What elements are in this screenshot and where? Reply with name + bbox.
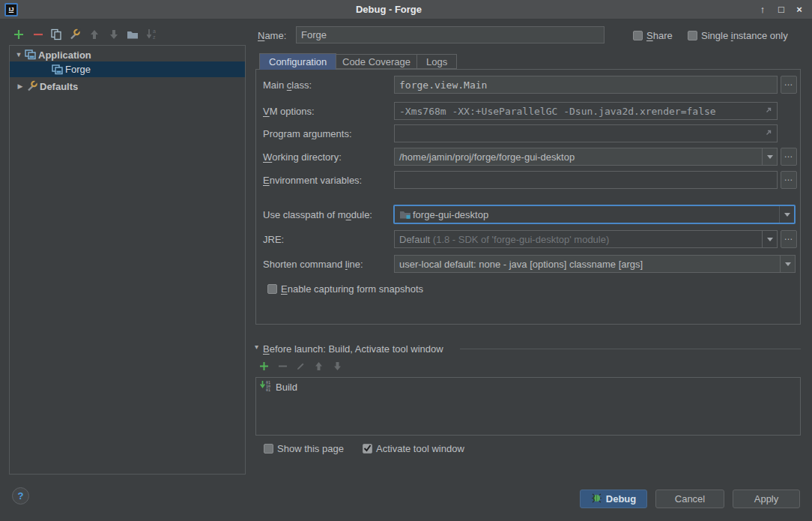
- environment-variables-browse-button[interactable]: …: [781, 171, 797, 189]
- titlebar[interactable]: IJ Debug - Forge ↑ □ ×: [0, 0, 812, 19]
- remove-configuration-button[interactable]: [31, 28, 45, 42]
- vm-options-label: VM options:: [263, 106, 315, 117]
- use-classpath-label: Use classpath of module:: [263, 209, 372, 220]
- minus-icon: [33, 29, 43, 42]
- module-icon: [395, 209, 411, 220]
- jre-combo[interactable]: Default (1.8 - SDK of 'forge-gui-desktop…: [394, 230, 778, 248]
- dropdown-arrow-icon[interactable]: [762, 148, 777, 165]
- tree-item-forge-selected[interactable]: Forge: [10, 61, 245, 77]
- collapsed-arrow-icon[interactable]: ▶: [16, 82, 25, 90]
- shorten-command-line-combo[interactable]: user-local default: none - java [options…: [394, 255, 796, 273]
- task-build-item[interactable]: 01 10 01 Build: [257, 379, 799, 394]
- tree-item-defaults[interactable]: ▶ Defaults: [10, 79, 245, 94]
- debug-button-label: Debug: [606, 493, 636, 505]
- application-type-icon: [23, 49, 38, 60]
- dropdown-arrow-icon[interactable]: [780, 256, 795, 272]
- window-title: Debug - Forge: [0, 4, 778, 15]
- shorten-command-line-value: user-local default: none - java [options…: [395, 259, 780, 270]
- show-this-page-checkbox[interactable]: [264, 444, 273, 454]
- task-label: Build: [276, 382, 297, 393]
- plus-icon: [13, 29, 24, 42]
- debug-configuration-dialog: IJ Debug - Forge ↑ □ ×: [0, 0, 812, 521]
- before-launch-add-button[interactable]: [257, 361, 270, 374]
- enable-snapshots-label: Enable capturing form snapshots: [281, 283, 423, 295]
- cancel-button[interactable]: Cancel: [655, 490, 724, 508]
- application-type-icon: [50, 64, 65, 75]
- share-label: Share: [646, 30, 673, 41]
- edit-defaults-button[interactable]: [68, 28, 82, 42]
- single-instance-checkbox[interactable]: [688, 31, 697, 40]
- expand-field-icon[interactable]: [764, 106, 773, 117]
- jre-label: JRE:: [263, 234, 284, 245]
- main-class-input[interactable]: [394, 76, 778, 94]
- tab-configuration[interactable]: Configuration: [259, 53, 336, 70]
- configurations-tree: ▼ Application Forge ▶: [9, 45, 246, 475]
- add-configuration-button[interactable]: [12, 28, 25, 42]
- expand-arrow-icon[interactable]: ▼: [14, 51, 23, 58]
- dropdown-arrow-icon[interactable]: [779, 206, 794, 223]
- share-checkbox[interactable]: [633, 31, 643, 40]
- minus-icon: [278, 361, 288, 373]
- working-directory-combo[interactable]: /home/jamin/proj/forge/forge-gui-desktop: [394, 148, 778, 166]
- svg-text:a: a: [153, 28, 156, 34]
- move-down-button[interactable]: [107, 28, 121, 42]
- name-label: Name:: [258, 30, 286, 41]
- before-launch-task-list: 01 10 01 Build: [255, 377, 801, 436]
- module-combo[interactable]: forge-gui-desktop: [393, 205, 796, 224]
- tree-item-label: Application: [38, 49, 91, 61]
- single-instance-label: Single instance only: [701, 30, 788, 41]
- name-input[interactable]: [296, 26, 605, 43]
- create-folder-button[interactable]: [126, 28, 139, 42]
- close-window-button[interactable]: ×: [792, 2, 807, 17]
- working-directory-label: Working directory:: [263, 151, 342, 163]
- collapse-section-icon[interactable]: ▾: [255, 343, 258, 351]
- copy-icon: [50, 28, 62, 43]
- before-launch-move-up-button[interactable]: [312, 361, 325, 374]
- move-up-button[interactable]: [88, 28, 101, 42]
- wrench-icon: [69, 28, 81, 43]
- tree-item-application[interactable]: ▼ Application: [10, 47, 245, 62]
- program-arguments-input[interactable]: [394, 124, 778, 142]
- build-icon: 01 10 01: [260, 379, 272, 394]
- vm-options-input[interactable]: [394, 102, 778, 120]
- show-this-page-label: Show this page: [277, 443, 344, 454]
- environment-variables-input[interactable]: [394, 171, 778, 189]
- sort-configurations-button[interactable]: a z: [145, 28, 159, 42]
- maximize-window-button[interactable]: □: [774, 2, 789, 17]
- shade-window-button[interactable]: ↑: [755, 2, 770, 17]
- apply-button[interactable]: Apply: [733, 490, 800, 508]
- activate-tool-window-checkbox[interactable]: [363, 444, 372, 454]
- working-directory-value: /home/jamin/proj/forge/forge-gui-desktop: [395, 151, 762, 163]
- enable-snapshots-checkbox[interactable]: [267, 284, 277, 294]
- plus-icon: [259, 361, 269, 373]
- jre-value: Default (1.8 - SDK of 'forge-gui-desktop…: [395, 234, 762, 245]
- arrow-up-icon: [89, 29, 100, 42]
- tab-code-coverage[interactable]: Code Coverage: [333, 54, 420, 69]
- dropdown-arrow-icon[interactable]: [762, 231, 777, 247]
- debug-button[interactable]: Debug: [580, 490, 647, 508]
- tab-logs[interactable]: Logs: [416, 54, 457, 69]
- module-value: forge-gui-desktop: [411, 209, 779, 220]
- working-directory-browse-button[interactable]: …: [781, 148, 797, 166]
- svg-text:z: z: [153, 34, 156, 40]
- expand-field-icon[interactable]: [764, 128, 773, 139]
- jre-browse-button[interactable]: …: [781, 230, 797, 248]
- before-launch-move-down-button[interactable]: [330, 361, 344, 374]
- tree-item-label: Forge: [65, 64, 91, 75]
- copy-configuration-button[interactable]: [49, 28, 63, 42]
- main-class-browse-button[interactable]: …: [781, 76, 797, 94]
- configuration-panel: Main class: … VM options: Program argume…: [255, 69, 801, 325]
- svg-text:01: 01: [266, 388, 270, 392]
- arrow-down-icon: [333, 361, 342, 373]
- before-launch-remove-button[interactable]: [276, 361, 289, 374]
- apply-button-label: Apply: [754, 493, 779, 505]
- section-divider: [460, 349, 801, 349]
- checkmark-icon: [363, 443, 372, 454]
- sort-az-icon: a z: [146, 28, 158, 43]
- help-button[interactable]: ?: [12, 487, 29, 505]
- arrow-up-icon: [314, 361, 324, 373]
- tree-item-label: Defaults: [40, 81, 78, 92]
- activate-tool-window-label: Activate tool window: [376, 443, 464, 454]
- before-launch-edit-button[interactable]: [294, 361, 307, 374]
- bug-icon: [591, 493, 602, 505]
